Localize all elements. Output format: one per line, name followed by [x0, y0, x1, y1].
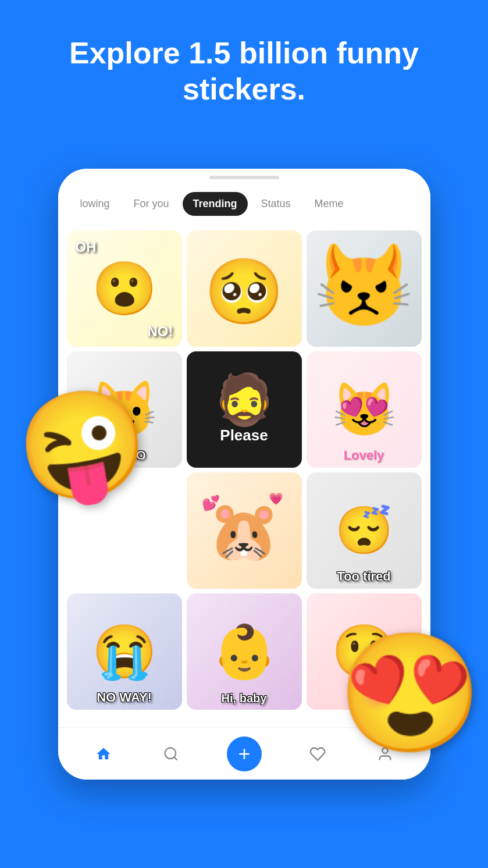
floating-emoji-left: 😜: [17, 384, 148, 507]
svg-point-0: [165, 748, 176, 759]
sticker-no-way[interactable]: 😭 NO WAY!: [67, 593, 182, 710]
tab-lowing[interactable]: lowing: [70, 192, 120, 216]
tab-for-you[interactable]: For you: [123, 192, 180, 216]
nav-home[interactable]: [92, 742, 115, 766]
hero-title: Explore 1.5 billion funny stickers.: [23, 35, 465, 108]
hero-text-block: Explore 1.5 billion funny stickers.: [0, 0, 488, 125]
please-label: Please: [220, 426, 268, 444]
lovely-label: Lovely: [311, 448, 417, 463]
hi-baby-label: Hi, baby: [191, 692, 297, 705]
sticker-cat-lovely[interactable]: 😻 Lovely: [307, 351, 422, 468]
no-way-label: NO WAY!: [72, 690, 177, 705]
svg-line-1: [174, 757, 177, 760]
tab-trending[interactable]: Trending: [183, 192, 248, 216]
nav-heart[interactable]: [306, 742, 329, 766]
tab-meme[interactable]: Meme: [304, 192, 354, 216]
too-tired-label: Too tired: [311, 569, 417, 584]
hero-section: Explore 1.5 billion funny stickers.: [0, 0, 488, 125]
sticker-sad-emoji[interactable]: 🥺: [187, 230, 302, 347]
sticker-man-please[interactable]: 🧔 Please: [187, 351, 302, 468]
nav-add[interactable]: [227, 737, 262, 771]
sticker-too-tired[interactable]: 😴 Too tired: [307, 472, 422, 589]
nav-search[interactable]: [159, 742, 183, 766]
tab-status[interactable]: Status: [251, 192, 301, 216]
phone-notch: [209, 176, 279, 179]
sticker-hi-baby[interactable]: 👶 Hi, baby: [187, 593, 302, 710]
sticker-cat-grumpy[interactable]: 😾: [307, 230, 422, 347]
phone-wrapper: 😜 😍 lowing For you Trending Status Meme: [58, 169, 430, 780]
sticker-baby-oh-no[interactable]: OH 😮 NO!: [67, 230, 182, 347]
sticker-hamster[interactable]: 🐹 💕 💗: [187, 472, 302, 589]
floating-emoji-right: 😍: [337, 625, 483, 762]
